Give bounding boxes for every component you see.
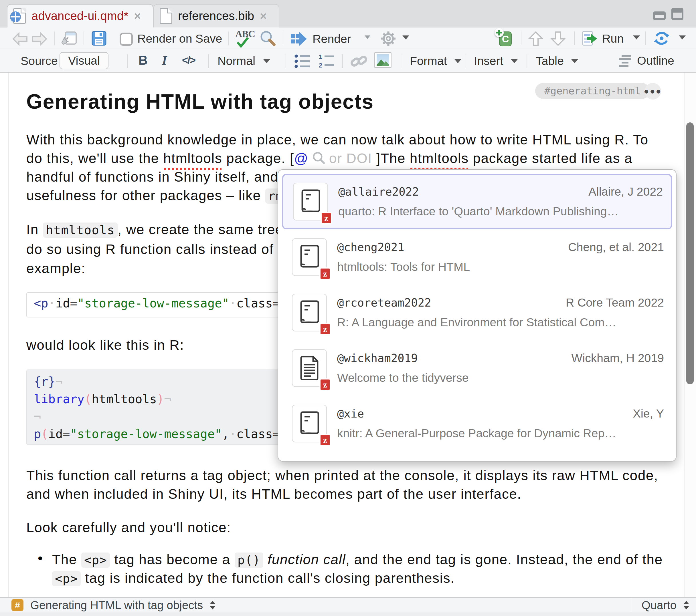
citation-key: @xie [337,407,364,420]
citation-item[interactable]: z @rcoreteam2022R Core Team 2022 R: A La… [282,285,672,340]
citation-title: knitr: A General-Purpose Package for Dyn… [337,427,664,440]
citation-item[interactable]: z @wickham2019Wickham, H 2019 Welcome to… [282,340,672,396]
forward-button[interactable] [31,32,48,46]
section-selector-arrows[interactable] [210,601,216,610]
paragraph-line: usefulness for other packages – like rm [26,186,286,205]
file-icon [160,8,172,24]
code-button[interactable]: </> [182,54,195,66]
citation-author: Xie, Y [633,407,664,420]
paragraph-line: With this background knowledge in place,… [26,130,648,149]
outline-toggle[interactable]: Outline [619,54,674,67]
paragraph-line: do this, we'll use the htmltools package… [26,149,632,169]
bottom-strip [0,613,696,616]
close-tab-icon[interactable]: × [134,10,141,22]
gear-caret[interactable] [402,35,409,39]
section-selector[interactable]: Generating HTML with tag objects [30,599,203,612]
maximize-pane-icon[interactable] [671,8,683,20]
close-tab-icon[interactable]: × [260,10,266,22]
tab-advanced-ui-qmd[interactable]: advanced-ui.qmd* × [7,4,153,28]
format-dropdown[interactable]: Format [410,54,461,68]
pane-window-buttons[interactable] [653,8,683,20]
paragraph-style-dropdown[interactable]: Normal [218,54,270,68]
citation-book-icon: z [293,183,328,221]
svg-text:2: 2 [319,62,322,69]
scrollbar-thumb[interactable] [686,123,694,384]
table-dropdown[interactable]: Table [536,54,578,68]
scrollbar-track[interactable] [684,72,696,597]
citation-autocomplete-popup: z @allaire2022Allaire, J 2022 quarto: R … [278,169,677,461]
editor-canvas[interactable]: #generating-html ●●● Generating HTML wit… [0,72,696,597]
mode-selector-arrows[interactable] [683,601,689,610]
status-bar: # Generating HTML with tag objects Quart… [0,597,696,613]
quarto-file-icon [13,8,26,24]
editor-tab-bar: advanced-ui.qmd* × references.bib × [0,0,696,28]
rerun-caret[interactable] [679,35,686,39]
paragraph-line: In htmltools, we create the same trees [26,220,291,239]
inline-code: p() [235,552,263,568]
tab-references-bib[interactable]: references.bib × [153,4,279,28]
citation-item[interactable]: z @xieXie, Y knitr: A General-Purpose Pa… [282,396,672,451]
gear-icon[interactable] [380,30,397,47]
inline-code: <p> [81,552,110,568]
bold-button[interactable]: B [139,53,148,67]
section-more-button[interactable]: ●●● [645,83,661,99]
citation-item[interactable]: z @cheng2021Cheng, et al. 2021 htmltools… [282,229,672,285]
numbered-list-icon[interactable]: 1 2 [319,54,335,69]
go-down-button[interactable] [551,31,566,46]
citation-at: @ [294,151,308,166]
spellcheck-word: htmltools [163,151,222,166]
bullet-list-icon[interactable] [294,54,310,69]
back-button[interactable] [12,32,29,46]
spellcheck-button[interactable]: ABC [235,30,256,47]
citation-author: Cheng, et al. 2021 [568,241,664,254]
inline-code: <p> [52,571,81,586]
citation-author: Allaire, J 2022 [588,185,663,198]
citation-title: quarto: R Interface to 'Quarto' Markdown… [338,205,663,218]
spellcheck-word: htmltools [410,151,469,166]
bullet-line: <p> tag is indicated by the function cal… [52,569,455,588]
citation-key: @rcoreteam2022 [337,296,431,309]
rerun-icon[interactable] [653,30,670,46]
source-mode-button[interactable]: Source [21,54,58,68]
save-button[interactable] [92,31,107,46]
run-button[interactable]: Run [582,31,623,46]
render-on-save-label: Render on Save [137,32,222,46]
search-icon[interactable] [259,30,276,47]
run-caret[interactable] [633,35,640,39]
main-toolbar: Render on Save ABC Render [0,28,696,49]
minimize-pane-icon[interactable] [653,12,666,20]
italic-button[interactable]: I [162,53,167,68]
link-icon[interactable] [350,53,367,69]
mode-selector[interactable]: Quarto [631,598,696,613]
citation-title: R: A Language and Environment for Statis… [337,316,664,329]
inline-code: htmltools [43,223,117,238]
popout-window-button[interactable] [61,31,77,46]
paragraph-line: would look like this in R: [26,336,184,354]
rstudio-window: advanced-ui.qmd* × references.bib × [0,0,696,616]
render-on-save-checkbox[interactable] [120,33,133,46]
citation-item[interactable]: z @allaire2022Allaire, J 2022 quarto: R … [282,174,672,229]
image-icon[interactable] [374,52,392,68]
go-up-button[interactable] [528,31,543,46]
citation-key: @wickham2019 [337,352,418,364]
citation-book-icon: z [292,294,327,331]
format-toolbar: Source Visual B I </> Normal 1 2 [0,49,696,72]
citation-author: R Core Team 2022 [566,296,664,309]
visual-mode-button[interactable]: Visual [60,52,109,69]
insert-dropdown[interactable]: Insert [474,54,518,68]
citation-key: @cheng2021 [337,241,405,254]
citation-title: Welcome to the tidyverse [337,371,664,385]
bullet-marker: • [38,550,43,566]
citation-placeholder: or DOI [329,151,372,166]
paragraph-line: handful of functions in Shiny itself, an… [26,167,279,186]
citation-title: htmltools: Tools for HTML [337,260,664,274]
document-heading: Generating HTML with tag objects [26,90,374,113]
paragraph-line: Look carefully and you'll notice: [26,518,231,537]
insert-chunk-button[interactable]: C [496,30,513,47]
paragraph-line: and when included in Shiny UI, its HTML … [26,485,521,503]
render-options-caret[interactable] [365,35,370,39]
citation-article-icon: z [292,349,327,387]
render-button[interactable]: Render [290,31,351,46]
paragraph-line: do so using R function calls instead of [26,240,273,259]
citation-author: Wickham, H 2019 [571,352,664,365]
